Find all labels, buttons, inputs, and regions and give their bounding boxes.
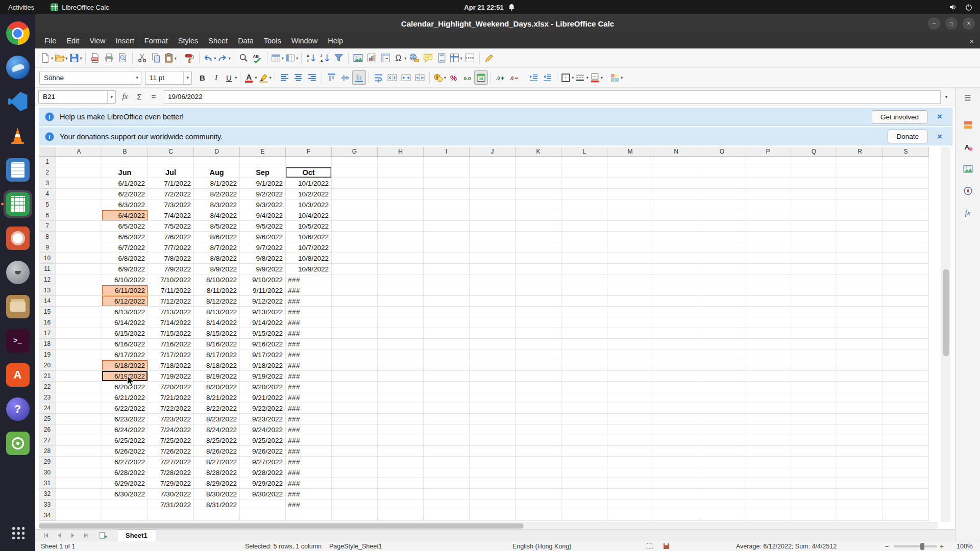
cell-Q31[interactable] (791, 478, 837, 489)
cell-M7[interactable] (607, 221, 653, 232)
cell-S2[interactable] (883, 167, 929, 178)
cell-N16[interactable] (653, 317, 699, 328)
cell-N8[interactable] (653, 232, 699, 242)
cell-K10[interactable] (516, 253, 561, 264)
cell-D34[interactable] (194, 510, 240, 521)
cell-K22[interactable] (516, 382, 561, 392)
cell-K30[interactable] (516, 467, 561, 478)
cell-C11[interactable]: 7/9/2022 (148, 264, 194, 274)
italic-button[interactable]: I (209, 70, 223, 85)
cell-J5[interactable] (470, 199, 516, 210)
cell-J2[interactable] (470, 167, 516, 178)
cell-J30[interactable] (470, 467, 516, 478)
cell-G32[interactable] (332, 489, 378, 499)
cell-H16[interactable] (378, 317, 424, 328)
cell-F9[interactable]: 10/7/2022 (286, 242, 332, 253)
row-header-27[interactable]: 27 (39, 435, 56, 446)
save-button[interactable]: ▾ (68, 51, 83, 65)
column-header-K[interactable]: K (516, 147, 561, 157)
cell-O5[interactable] (699, 199, 745, 210)
row-header-29[interactable]: 29 (39, 457, 56, 467)
cell-D15[interactable]: 8/13/2022 (194, 307, 240, 317)
cell-J27[interactable] (470, 435, 516, 446)
dropdown-arrow-icon[interactable]: ▾ (601, 75, 603, 80)
cell-I32[interactable] (424, 489, 470, 499)
cell-B9[interactable]: 6/7/2022 (102, 242, 148, 253)
row-header-3[interactable]: 3 (39, 178, 56, 189)
cell-D8[interactable]: 8/6/2022 (194, 232, 240, 242)
cell-S31[interactable] (883, 478, 929, 489)
cell-K18[interactable] (516, 339, 561, 349)
cell-L23[interactable] (561, 392, 607, 403)
cell-O34[interactable] (699, 510, 745, 521)
cell-S5[interactable] (883, 199, 929, 210)
statistics-status[interactable]: Average: 6/12/2022; Sum: 4/4/2512 (736, 541, 837, 551)
cell-B20[interactable]: 6/18/2022 (102, 360, 148, 371)
cell-I7[interactable] (424, 221, 470, 232)
cell-L6[interactable] (561, 210, 607, 221)
cell-N26[interactable] (653, 424, 699, 435)
cell-K12[interactable] (516, 274, 561, 285)
cell-F14[interactable]: ### (286, 296, 332, 307)
cell-S30[interactable] (883, 467, 929, 478)
cell-J12[interactable] (470, 274, 516, 285)
cell-A31[interactable] (56, 478, 102, 489)
cell-O6[interactable] (699, 210, 745, 221)
cell-P5[interactable] (745, 199, 791, 210)
cell-G24[interactable] (332, 403, 378, 414)
redo-button[interactable]: ▾ (216, 51, 231, 65)
cell-L21[interactable] (561, 371, 607, 382)
cell-B21[interactable]: 6/19/2022 (102, 371, 148, 382)
cell-K2[interactable] (516, 167, 561, 178)
cell-K11[interactable] (516, 264, 561, 274)
cell-F8[interactable]: 10/6/2022 (286, 232, 332, 242)
cell-Q12[interactable] (791, 274, 837, 285)
formula-button[interactable]: = (147, 90, 160, 104)
cell-A1[interactable] (56, 157, 102, 167)
row-header-30[interactable]: 30 (39, 467, 56, 478)
cell-C19[interactable]: 7/17/2022 (148, 349, 194, 360)
cell-N27[interactable] (653, 435, 699, 446)
functions-button[interactable]: fx (961, 206, 975, 220)
border-color-button[interactable]: ▾ (589, 70, 603, 85)
cell-I2[interactable] (424, 167, 470, 178)
cell-N17[interactable] (653, 328, 699, 339)
add-sheet-button[interactable] (96, 530, 110, 540)
cell-L11[interactable] (561, 264, 607, 274)
cell-B24[interactable]: 6/22/2022 (102, 403, 148, 414)
cell-A25[interactable] (56, 414, 102, 424)
dock-system-app[interactable] (4, 430, 32, 457)
cell-M25[interactable] (607, 414, 653, 424)
cell-D33[interactable]: 8/31/2022 (194, 499, 240, 510)
cell-G26[interactable] (332, 424, 378, 435)
cell-J29[interactable] (470, 457, 516, 467)
cell-L25[interactable] (561, 414, 607, 424)
cell-I26[interactable] (424, 424, 470, 435)
bold-button[interactable]: B (195, 70, 209, 85)
cell-K15[interactable] (516, 307, 561, 317)
cell-L7[interactable] (561, 221, 607, 232)
row-header-4[interactable]: 4 (39, 189, 56, 199)
cell-C25[interactable]: 7/23/2022 (148, 414, 194, 424)
cell-I28[interactable] (424, 446, 470, 457)
menu-file[interactable]: File (39, 33, 61, 48)
cell-N24[interactable] (653, 403, 699, 414)
volume-icon[interactable] (949, 3, 957, 11)
cell-L20[interactable] (561, 360, 607, 371)
cell-G29[interactable] (332, 457, 378, 467)
power-icon[interactable] (965, 3, 973, 11)
cell-I13[interactable] (424, 285, 470, 296)
cell-E30[interactable]: 9/28/2022 (240, 467, 286, 478)
cell-I3[interactable] (424, 178, 470, 189)
cell-H11[interactable] (378, 264, 424, 274)
cell-R11[interactable] (837, 264, 883, 274)
cell-C29[interactable]: 7/27/2022 (148, 457, 194, 467)
cell-A23[interactable] (56, 392, 102, 403)
cell-N23[interactable] (653, 392, 699, 403)
zoom-in-icon[interactable]: + (940, 541, 944, 551)
cell-I30[interactable] (424, 467, 470, 478)
cell-B17[interactable]: 6/15/2022 (102, 328, 148, 339)
cell-S14[interactable] (883, 296, 929, 307)
cell-H10[interactable] (378, 253, 424, 264)
cell-C14[interactable]: 7/12/2022 (148, 296, 194, 307)
